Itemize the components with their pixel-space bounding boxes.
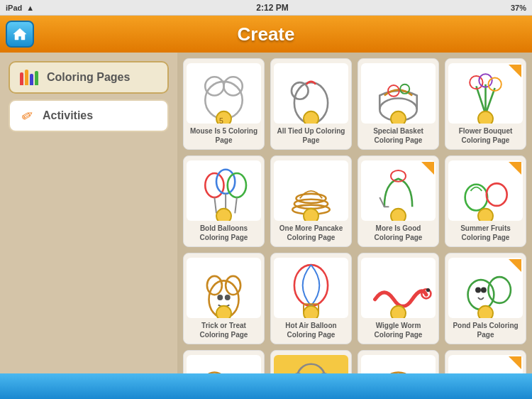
svg-point-21 (216, 170, 235, 194)
svg-point-61 (382, 373, 415, 373)
svg-point-39 (217, 295, 223, 300)
item-card[interactable]: Wiggle Worm Coloring Page (358, 253, 439, 344)
home-button[interactable] (6, 21, 34, 48)
item-card[interactable]: Summer Fruits Coloring Page (445, 155, 526, 247)
item-thumbnail (187, 160, 261, 221)
svg-point-52 (478, 306, 493, 318)
new-badge (509, 65, 521, 77)
item-card-label: Summer Fruits Coloring Page (448, 224, 523, 242)
item-thumbnail (361, 258, 436, 318)
svg-text:5: 5 (219, 116, 223, 124)
new-badge (509, 259, 521, 272)
item-thumbnail (448, 160, 523, 221)
item-card-label: Flower Bouquet Coloring Page (448, 126, 523, 145)
svg-point-58 (297, 364, 325, 373)
svg-point-40 (225, 295, 231, 300)
sidebar-item-coloring-pages[interactable]: Coloring Pages (9, 61, 169, 94)
svg-point-33 (465, 185, 488, 211)
svg-point-54 (201, 373, 228, 373)
activities-label: Activities (43, 109, 93, 122)
svg-line-15 (486, 88, 495, 114)
item-thumbnail (274, 258, 348, 318)
svg-point-12 (391, 111, 406, 124)
item-card[interactable]: Flower Bouquet Coloring Page (445, 58, 526, 150)
svg-point-20 (205, 173, 223, 197)
item-card[interactable]: Monkey House Coloring Page (358, 350, 439, 373)
item-thumbnail (274, 355, 348, 373)
item-thumbnail (187, 355, 261, 373)
svg-point-3 (224, 77, 243, 96)
item-card[interactable]: Mud Fun Coloring Page (183, 350, 265, 373)
svg-marker-0 (13, 28, 26, 40)
new-badge (509, 162, 521, 175)
svg-point-7 (292, 82, 309, 99)
item-card[interactable]: Hot Air Balloon Coloring Page (270, 253, 352, 344)
svg-point-2 (205, 77, 223, 96)
item-thumbnail: 5 (187, 63, 261, 124)
item-card[interactable]: Bold Balloons Coloring Page (183, 155, 265, 247)
wifi-icon: ▲ (26, 4, 34, 12)
item-card[interactable]: Trick or Treat Coloring Page (183, 253, 265, 344)
item-card-label: Wiggle Worm Coloring Page (361, 321, 436, 339)
svg-point-46 (426, 288, 430, 292)
item-card[interactable]: Runway Sounds Coloring Page (445, 350, 526, 373)
item-thumbnail (187, 258, 261, 318)
item-card-label: Pond Pals Coloring Page (448, 321, 523, 339)
status-battery: 37% (511, 4, 526, 12)
item-thumbnail (448, 258, 523, 318)
item-card[interactable]: More Is Good Coloring Page (358, 155, 439, 247)
item-card[interactable]: Special Basket Coloring Page (358, 58, 439, 150)
pencil-icon: ✏ (17, 105, 38, 126)
svg-point-19 (478, 111, 493, 124)
svg-point-32 (391, 209, 406, 221)
svg-point-50 (475, 288, 481, 293)
main-layout: Coloring Pages ✏ Activities 5Mouse Is 5 … (0, 53, 532, 373)
content-area: 5Mouse Is 5 Coloring PageAll Tied Up Col… (177, 53, 532, 373)
item-card[interactable]: 5Mouse Is 5 Coloring Page (183, 58, 265, 150)
items-grid: 5Mouse Is 5 Coloring PageAll Tied Up Col… (183, 58, 526, 373)
svg-point-26 (216, 209, 231, 221)
sidebar-item-activities[interactable]: ✏ Activities (9, 99, 169, 132)
svg-point-47 (391, 306, 406, 318)
item-thumbnail (448, 63, 523, 124)
item-card[interactable]: One More Pancake Coloring Page (270, 155, 352, 247)
item-card-label: Bold Balloons Coloring Page (187, 224, 261, 242)
svg-point-49 (488, 277, 511, 303)
home-icon (12, 27, 28, 41)
item-card-label: All Tied Up Coloring Page (274, 126, 348, 145)
item-card[interactable]: Pond Pals Coloring Page (445, 253, 526, 344)
item-card-label: One More Pancake Coloring Page (274, 224, 348, 242)
coloring-pages-label: Coloring Pages (47, 71, 130, 84)
svg-point-51 (481, 288, 487, 293)
item-thumbnail (361, 160, 436, 221)
bottom-grade-bar (0, 373, 532, 399)
svg-line-13 (476, 87, 485, 114)
item-card-label: Trick or Treat Coloring Page (187, 321, 261, 339)
sidebar: Coloring Pages ✏ Activities (0, 53, 177, 373)
new-badge (509, 356, 521, 369)
ipad-label: iPad (6, 4, 22, 12)
item-card-label: Special Basket Coloring Page (361, 126, 436, 145)
item-thumbnail (274, 160, 348, 221)
item-card[interactable]: All Tied Up Coloring Page (270, 58, 352, 150)
item-card-label: Mouse Is 5 Coloring Page (187, 126, 261, 145)
item-thumbnail (361, 63, 436, 124)
svg-point-41 (216, 306, 231, 318)
page-title: Create (238, 23, 295, 45)
item-card-label: More Is Good Coloring Page (361, 224, 436, 242)
svg-point-31 (391, 170, 406, 182)
item-card[interactable]: Elephants Coloring Page (270, 350, 352, 373)
svg-point-8 (304, 111, 318, 124)
item-thumbnail (448, 355, 523, 373)
crayons-icon (20, 70, 40, 85)
status-left: iPad ▲ (6, 4, 34, 12)
svg-point-34 (487, 184, 507, 207)
svg-point-44 (304, 306, 318, 318)
svg-line-25 (235, 197, 237, 213)
item-thumbnail (274, 63, 348, 124)
svg-point-42 (294, 265, 328, 306)
header: Create (0, 16, 532, 53)
svg-point-22 (228, 173, 246, 197)
item-card-label: Hot Air Balloon Coloring Page (274, 321, 348, 339)
new-badge (421, 162, 434, 175)
